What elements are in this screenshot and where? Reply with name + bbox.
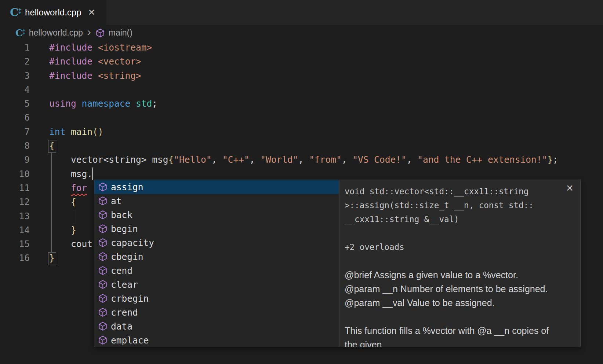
line-number: 13 [0,209,30,223]
method-cube-icon [98,182,108,192]
line-number: 1 [0,41,30,55]
suggestion-label: cend [111,265,132,276]
suggestion-item-clear[interactable]: clear [94,277,339,291]
code-line[interactable]: 3#include <string> [0,69,603,83]
suggestion-label: emplace [111,335,149,346]
code-line[interactable]: 1#include <iostream> [0,41,603,55]
suggestion-item-assign[interactable]: assign [94,180,339,194]
code-line[interactable]: 10 msg. [0,167,603,181]
suggestion-item-cend[interactable]: cend [94,264,339,277]
intellisense-suggest-widget: assign at back begin capacity cbegin cen… [94,180,581,347]
suggestion-list: assign at back begin capacity cbegin cen… [94,180,339,347]
line-number: 7 [0,125,30,139]
suggestion-item-data[interactable]: data [94,319,339,333]
method-cube-icon [98,224,108,234]
breadcrumb-symbol[interactable]: main() [109,28,132,38]
code-line[interactable]: 7int main() [0,125,603,139]
method-cube-icon [98,280,108,289]
code-line[interactable]: 8{ [0,139,603,153]
code-text: #include <vector> [49,55,141,69]
suggestion-item-crbegin[interactable]: crbegin [94,291,339,305]
line-number: 3 [0,69,30,83]
suggestion-item-back[interactable]: back [94,208,339,222]
tab-helloworld-cpp[interactable]: C++ helloworld.cpp ✕ [0,0,106,25]
code-text: msg. [49,167,92,181]
line-number: 8 [0,139,30,153]
text-cursor [92,168,93,180]
line-number: 12 [0,195,30,209]
method-cube-icon [98,335,108,345]
suggestion-label: assign [111,182,144,192]
indent-guide [51,153,52,252]
suggestion-label: data [111,321,132,332]
vscode-editor-window: { "colors": { "editor_bg": "#1E1E1E", "t… [0,0,603,364]
suggestion-item-begin[interactable]: begin [94,222,339,236]
line-number: 10 [0,167,30,181]
suggestion-label: cbegin [111,251,144,262]
tab-close-icon[interactable]: ✕ [88,7,95,18]
suggestion-label: crend [111,307,138,318]
suggestion-label: begin [111,224,138,234]
code-text: for [49,181,87,195]
method-cube-icon [95,28,105,38]
overloads-count: +2 overloads [345,240,575,254]
doc-description: @brief Assigns a given value to a %vecto… [345,268,575,310]
function-signature: void std::vector<std::__cxx11::string >:… [345,184,575,226]
code-text: int main() [49,125,103,139]
line-number: 2 [0,55,30,69]
suggestion-item-capacity[interactable]: capacity [94,236,339,250]
suggestion-docs-panel: void std::vector<std::__cxx11::string >:… [339,180,580,347]
code-line[interactable]: 5using namespace std; [0,97,603,111]
breadcrumb-file[interactable]: helloworld.cpp [29,28,83,38]
code-text: #include <iostream> [49,41,152,55]
code-text: #include <string> [49,69,141,83]
method-cube-icon [98,196,108,206]
line-number: 11 [0,181,30,195]
code-line[interactable]: 9 vector<string> msg{"Hello", "C++", "Wo… [0,153,603,167]
line-number: 5 [0,97,30,111]
method-cube-icon [98,321,108,331]
code-text: cout [49,237,92,251]
code-line[interactable]: 4 [0,83,603,97]
method-cube-icon [95,28,105,38]
suggestion-label: crbegin [111,293,149,304]
line-number: 15 [0,237,30,251]
bracket-match-highlight [48,140,56,153]
code-text: { [49,195,76,209]
code-text: vector<string> msg{"Hello", "C++", "Worl… [49,153,558,167]
line-number: 6 [0,111,30,125]
tab-bar: C++ helloworld.cpp ✕ [0,0,603,25]
suggestion-label: back [111,210,132,220]
method-cube-icon [98,294,108,303]
line-number: 9 [0,153,30,167]
method-cube-icon [98,210,108,220]
method-cube-icon [98,252,108,261]
suggestion-item-emplace[interactable]: emplace [94,333,339,347]
line-number: 16 [0,251,30,265]
method-cube-icon [98,238,108,247]
method-cube-icon [98,266,108,275]
code-line[interactable]: 6 [0,111,603,125]
breadcrumb: C++ helloworld.cpp › main() [0,25,603,41]
doc-description-tail: This function fills a %vector with @a __… [345,324,575,347]
line-number: 14 [0,223,30,237]
suggestion-item-cbegin[interactable]: cbegin [94,250,339,264]
line-number: 4 [0,83,30,97]
tab-label: helloworld.cpp [25,7,81,18]
code-text: } [49,223,76,237]
suggestion-item-at[interactable]: at [94,194,339,208]
chevron-right-icon: › [87,26,92,40]
cpp-file-icon: C++ [10,7,21,18]
suggestion-label: at [111,196,122,206]
method-cube-icon [98,308,108,317]
close-icon[interactable]: ✕ [566,183,574,194]
indent-guide [74,210,74,224]
code-line[interactable]: 2#include <vector> [0,55,603,69]
cpp-file-icon: C++ [15,28,25,38]
code-text: using namespace std; [49,97,157,111]
suggestion-label: clear [111,279,138,290]
suggestion-label: capacity [111,238,154,248]
suggestion-item-crend[interactable]: crend [94,305,339,319]
bracket-match-highlight [48,252,56,265]
